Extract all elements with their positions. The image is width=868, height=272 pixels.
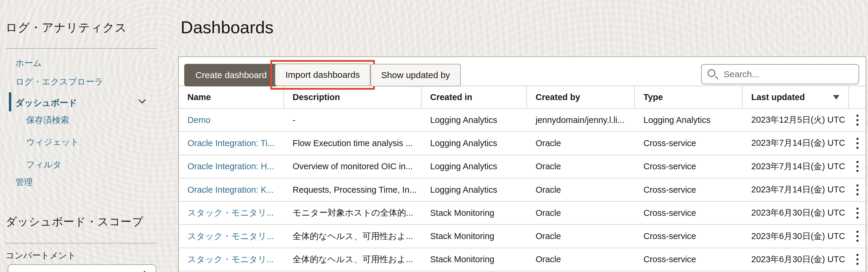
column-header-created-by[interactable]: Created by: [527, 86, 635, 108]
cell-type: Logging Analytics: [635, 109, 743, 131]
row-actions-kebab-icon[interactable]: [852, 113, 863, 127]
cell-description: Overview of monitored OIC in...: [284, 155, 422, 178]
active-item-indicator: [9, 92, 11, 111]
cell-type: Cross-service: [635, 178, 743, 201]
cell-last-updated: 2023年6月30日(金) UTC: [743, 225, 849, 247]
cell-created-by: Oracle: [527, 248, 635, 271]
cell-created-in: Logging Analytics: [422, 155, 527, 178]
search-input[interactable]: [701, 64, 859, 84]
table-row: Oracle Integration: K... Requests, Proce…: [179, 178, 866, 202]
table-row: Oracle Integration: Ti... Flow Execution…: [179, 132, 866, 155]
dashboard-link[interactable]: Oracle Integration: H...: [187, 162, 274, 171]
sidebar-item-filters[interactable]: フィルタ: [26, 159, 61, 171]
sidebar-item-dashboards[interactable]: ダッシュボード: [16, 97, 77, 109]
row-actions-kebab-icon[interactable]: [852, 252, 863, 267]
compartment-select[interactable]: jennydli: [8, 264, 156, 272]
create-dashboard-button[interactable]: Create dashboard: [184, 64, 278, 87]
sidebar-item-home[interactable]: ホーム: [16, 57, 41, 69]
column-header-last-updated[interactable]: Last updated: [743, 86, 849, 108]
cell-last-updated: 2023年7月14日(金) UTC: [743, 178, 849, 201]
toolbar: Create dashboard Import dashboards Show …: [179, 57, 866, 86]
sidebar-item-administration[interactable]: 管理: [16, 176, 33, 188]
cell-last-updated: 2023年6月30日(金) UTC: [743, 248, 849, 271]
dashboard-link[interactable]: Oracle Integration: K...: [187, 185, 274, 195]
cell-last-updated: 2023年12月5日(火) UTC: [743, 109, 849, 131]
cell-created-in: Logging Analytics: [422, 109, 527, 131]
row-actions-kebab-icon[interactable]: [852, 159, 863, 174]
page-title: Dashboards: [181, 17, 274, 37]
cell-created-in: Logging Analytics: [422, 132, 527, 155]
sidebar-item-widgets[interactable]: ウィジェット: [26, 136, 79, 148]
dashboard-scope-heading: ダッシュボード・スコープ: [6, 214, 144, 229]
cell-created-by: Oracle: [527, 202, 635, 224]
cell-last-updated: 2023年6月30日(金) UTC: [743, 202, 849, 224]
sidebar-item-log-explorer[interactable]: ログ・エクスプローラ: [16, 76, 103, 88]
table-row: スタック・モニタリ... 全体的なヘルス、可用性およ... Stack Moni…: [179, 248, 866, 271]
dashboard-link[interactable]: Oracle Integration: Ti...: [187, 138, 275, 148]
cell-last-updated: 2023年7月14日(金) UTC: [743, 155, 849, 178]
cell-created-in: Stack Monitoring: [422, 202, 527, 224]
cell-created-in: Stack Monitoring: [422, 225, 527, 247]
cell-description: 全体的なヘルス、可用性およ...: [284, 248, 422, 271]
row-actions-kebab-icon[interactable]: [852, 229, 863, 243]
table-row: スタック・モニタリ... モニター対象ホストの全体的... Stack Moni…: [179, 202, 866, 225]
chevron-up-icon: [142, 270, 148, 272]
column-header-type[interactable]: Type: [635, 86, 743, 108]
cell-created-in: Stack Monitoring: [422, 248, 527, 271]
sort-descending-icon[interactable]: [833, 95, 839, 100]
table-row: スタック・モニタリ... 全体的なヘルス、可用性およ... Stack Moni…: [179, 225, 866, 248]
cell-type: Cross-service: [635, 132, 743, 155]
compartment-value: jennydli: [17, 271, 46, 272]
cell-created-by: Oracle: [527, 132, 635, 155]
cell-created-by: Oracle: [527, 155, 635, 178]
dashboards-panel: Create dashboard Import dashboards Show …: [178, 57, 866, 272]
cell-type: Cross-service: [635, 202, 743, 224]
table-row: Oracle Integration: H... Overview of mon…: [179, 155, 866, 178]
show-updated-by-button[interactable]: Show updated by: [370, 64, 461, 87]
cell-description: Flow Execution time analysis ...: [284, 132, 422, 155]
column-header-created-in[interactable]: Created in: [422, 86, 527, 108]
sidebar-item-saved-searches[interactable]: 保存済検索: [26, 114, 69, 126]
cell-created-in: Logging Analytics: [422, 178, 527, 201]
cell-description: -: [284, 109, 422, 131]
dashboard-link[interactable]: スタック・モニタリ...: [187, 231, 274, 242]
table-body: Demo - Logging Analytics jennydomain/jen…: [179, 109, 866, 271]
cell-created-by: Oracle: [527, 178, 635, 201]
sidebar-divider: [6, 243, 157, 243]
cell-created-by: jennydomain/jenny.l.li...: [527, 109, 635, 131]
row-actions-kebab-icon[interactable]: [852, 206, 863, 220]
cell-type: Cross-service: [635, 225, 743, 247]
row-actions-kebab-icon[interactable]: [852, 136, 863, 150]
column-header-label: Last updated: [751, 92, 805, 102]
cell-type: Cross-service: [635, 155, 743, 178]
import-dashboards-button[interactable]: Import dashboards: [275, 64, 370, 86]
cell-description: 全体的なヘルス、可用性およ...: [284, 225, 422, 247]
cell-description: Requests, Processing Time, In...: [284, 178, 422, 201]
sidebar-title: ログ・アナリティクス: [6, 20, 127, 36]
column-header-actions: [849, 86, 866, 108]
dashboard-link[interactable]: Demo: [187, 115, 210, 125]
cell-description: モニター対象ホストの全体的...: [284, 202, 422, 224]
dashboard-link[interactable]: スタック・モニタリ...: [187, 207, 274, 219]
row-actions-kebab-icon[interactable]: [852, 182, 863, 197]
cell-type: Cross-service: [635, 248, 743, 271]
cell-created-by: Oracle: [527, 225, 635, 247]
sidebar-divider: [6, 48, 157, 49]
cell-last-updated: 2023年7月14日(金) UTC: [743, 132, 849, 155]
table-row: Demo - Logging Analytics jennydomain/jen…: [179, 109, 866, 132]
annotation-highlight-box: Import dashboards: [270, 60, 375, 90]
chevron-down-icon[interactable]: [139, 97, 146, 103]
column-header-name[interactable]: Name: [179, 86, 284, 108]
compartment-label: コンパートメント: [6, 250, 76, 262]
dashboard-link[interactable]: スタック・モニタリ...: [187, 253, 274, 266]
